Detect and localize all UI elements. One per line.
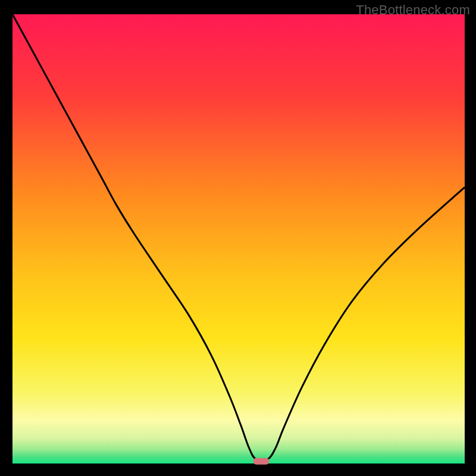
chart-frame: TheBottleneck.com xyxy=(0,0,476,476)
optimal-range-marker xyxy=(253,458,270,465)
bottleneck-chart xyxy=(0,0,476,476)
gradient-background xyxy=(12,14,465,464)
